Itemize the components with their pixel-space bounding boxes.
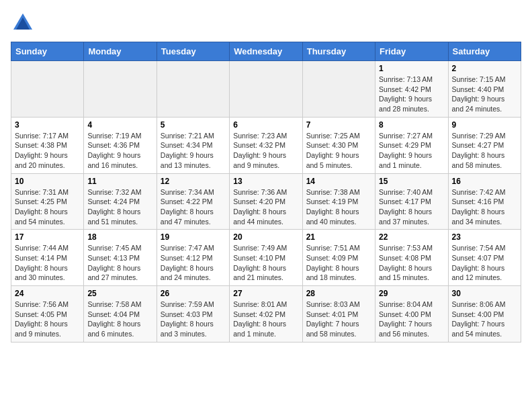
day-cell: 7Sunrise: 7:25 AM Sunset: 4:30 PM Daylig… [302,117,375,173]
day-info: Sunrise: 7:45 AM Sunset: 4:13 PM Dayligh… [87,243,152,283]
day-info: Sunrise: 7:27 AM Sunset: 4:29 PM Dayligh… [379,131,444,171]
day-cell: 11Sunrise: 7:32 AM Sunset: 4:24 PM Dayli… [84,173,157,230]
calendar-header-row: SundayMondayTuesdayWednesdayThursdayFrid… [11,42,521,61]
day-info: Sunrise: 7:59 AM Sunset: 4:03 PM Dayligh… [161,300,226,339]
week-row-3: 17Sunrise: 7:44 AM Sunset: 4:14 PM Dayli… [11,230,521,286]
day-cell: 2Sunrise: 7:15 AM Sunset: 4:40 PM Daylig… [448,61,521,118]
day-number: 4 [87,120,152,130]
day-number: 5 [161,120,226,130]
day-info: Sunrise: 7:25 AM Sunset: 4:30 PM Dayligh… [306,131,371,171]
day-info: Sunrise: 7:17 AM Sunset: 4:38 PM Dayligh… [15,131,80,171]
day-info: Sunrise: 7:31 AM Sunset: 4:25 PM Dayligh… [15,187,80,227]
day-cell: 12Sunrise: 7:34 AM Sunset: 4:22 PM Dayli… [157,173,229,230]
day-cell: 1Sunrise: 7:13 AM Sunset: 4:42 PM Daylig… [375,61,448,118]
calendar-table: SundayMondayTuesdayWednesdayThursdayFrid… [11,42,521,342]
day-number: 1 [379,64,444,73]
day-cell: 22Sunrise: 7:53 AM Sunset: 4:08 PM Dayli… [375,230,448,286]
header-tuesday: Tuesday [157,42,229,61]
day-info: Sunrise: 7:51 AM Sunset: 4:09 PM Dayligh… [306,243,371,283]
week-row-4: 24Sunrise: 7:56 AM Sunset: 4:05 PM Dayli… [11,286,521,342]
day-cell: 26Sunrise: 7:59 AM Sunset: 4:03 PM Dayli… [157,286,229,342]
logo-icon [11,11,35,35]
day-cell: 14Sunrise: 7:38 AM Sunset: 4:19 PM Dayli… [302,173,375,230]
header-wednesday: Wednesday [230,42,302,61]
day-info: Sunrise: 8:03 AM Sunset: 4:01 PM Dayligh… [306,300,371,339]
day-number: 19 [161,232,226,242]
day-info: Sunrise: 7:53 AM Sunset: 4:08 PM Dayligh… [379,243,444,283]
day-cell: 3Sunrise: 7:17 AM Sunset: 4:38 PM Daylig… [11,117,84,173]
day-number: 12 [161,177,226,186]
day-number: 16 [452,177,517,186]
day-cell: 5Sunrise: 7:21 AM Sunset: 4:34 PM Daylig… [157,117,229,173]
day-number: 27 [233,289,298,298]
day-number: 22 [379,232,444,242]
day-number: 24 [15,289,80,298]
day-info: Sunrise: 7:42 AM Sunset: 4:16 PM Dayligh… [452,187,517,227]
day-number: 8 [379,120,444,130]
day-cell [230,61,302,118]
day-cell: 23Sunrise: 7:54 AM Sunset: 4:07 PM Dayli… [448,230,521,286]
logo [11,11,38,35]
day-info: Sunrise: 7:40 AM Sunset: 4:17 PM Dayligh… [379,187,444,227]
day-cell: 25Sunrise: 7:58 AM Sunset: 4:04 PM Dayli… [84,286,157,342]
day-cell: 20Sunrise: 7:49 AM Sunset: 4:10 PM Dayli… [230,230,302,286]
day-number: 15 [379,177,444,186]
week-row-0: 1Sunrise: 7:13 AM Sunset: 4:42 PM Daylig… [11,61,521,118]
day-info: Sunrise: 7:44 AM Sunset: 4:14 PM Dayligh… [15,243,80,283]
day-cell: 27Sunrise: 8:01 AM Sunset: 4:02 PM Dayli… [230,286,302,342]
day-info: Sunrise: 7:56 AM Sunset: 4:05 PM Dayligh… [15,300,80,339]
day-number: 3 [15,120,80,130]
day-number: 14 [306,177,371,186]
day-number: 18 [87,232,152,242]
day-cell [157,61,229,118]
day-cell: 4Sunrise: 7:19 AM Sunset: 4:36 PM Daylig… [84,117,157,173]
day-cell [302,61,375,118]
day-number: 2 [452,64,517,73]
day-info: Sunrise: 7:49 AM Sunset: 4:10 PM Dayligh… [233,243,298,283]
header-thursday: Thursday [302,42,375,61]
day-number: 7 [306,120,371,130]
day-cell: 15Sunrise: 7:40 AM Sunset: 4:17 PM Dayli… [375,173,448,230]
day-info: Sunrise: 7:36 AM Sunset: 4:20 PM Dayligh… [233,187,298,227]
day-cell: 8Sunrise: 7:27 AM Sunset: 4:29 PM Daylig… [375,117,448,173]
day-cell: 19Sunrise: 7:47 AM Sunset: 4:12 PM Dayli… [157,230,229,286]
day-number: 23 [452,232,517,242]
day-cell: 21Sunrise: 7:51 AM Sunset: 4:09 PM Dayli… [302,230,375,286]
day-cell: 18Sunrise: 7:45 AM Sunset: 4:13 PM Dayli… [84,230,157,286]
day-info: Sunrise: 7:23 AM Sunset: 4:32 PM Dayligh… [233,131,298,171]
day-info: Sunrise: 7:19 AM Sunset: 4:36 PM Dayligh… [87,131,152,171]
day-info: Sunrise: 7:58 AM Sunset: 4:04 PM Dayligh… [87,300,152,339]
day-number: 6 [233,120,298,130]
day-number: 10 [15,177,80,186]
day-info: Sunrise: 7:54 AM Sunset: 4:07 PM Dayligh… [452,243,517,283]
day-number: 20 [233,232,298,242]
day-number: 11 [87,177,152,186]
week-row-1: 3Sunrise: 7:17 AM Sunset: 4:38 PM Daylig… [11,117,521,173]
day-cell: 9Sunrise: 7:29 AM Sunset: 4:27 PM Daylig… [448,117,521,173]
day-number: 29 [379,289,444,298]
day-number: 28 [306,289,371,298]
header-saturday: Saturday [448,42,521,61]
day-cell: 29Sunrise: 8:04 AM Sunset: 4:00 PM Dayli… [375,286,448,342]
header-friday: Friday [375,42,448,61]
day-info: Sunrise: 7:38 AM Sunset: 4:19 PM Dayligh… [306,187,371,227]
day-info: Sunrise: 8:04 AM Sunset: 4:00 PM Dayligh… [379,300,444,339]
day-info: Sunrise: 7:47 AM Sunset: 4:12 PM Dayligh… [161,243,226,283]
day-info: Sunrise: 7:15 AM Sunset: 4:40 PM Dayligh… [452,75,517,114]
day-info: Sunrise: 7:21 AM Sunset: 4:34 PM Dayligh… [161,131,226,171]
day-info: Sunrise: 8:01 AM Sunset: 4:02 PM Dayligh… [233,300,298,339]
day-info: Sunrise: 7:32 AM Sunset: 4:24 PM Dayligh… [87,187,152,227]
day-cell: 10Sunrise: 7:31 AM Sunset: 4:25 PM Dayli… [11,173,84,230]
day-cell: 16Sunrise: 7:42 AM Sunset: 4:16 PM Dayli… [448,173,521,230]
day-info: Sunrise: 7:34 AM Sunset: 4:22 PM Dayligh… [161,187,226,227]
week-row-2: 10Sunrise: 7:31 AM Sunset: 4:25 PM Dayli… [11,173,521,230]
day-cell: 6Sunrise: 7:23 AM Sunset: 4:32 PM Daylig… [230,117,302,173]
day-cell: 28Sunrise: 8:03 AM Sunset: 4:01 PM Dayli… [302,286,375,342]
day-info: Sunrise: 8:06 AM Sunset: 4:00 PM Dayligh… [452,300,517,339]
day-cell [84,61,157,118]
header-sunday: Sunday [11,42,84,61]
day-number: 9 [452,120,517,130]
header-monday: Monday [84,42,157,61]
day-info: Sunrise: 7:13 AM Sunset: 4:42 PM Dayligh… [379,75,444,114]
page-header [11,11,521,35]
